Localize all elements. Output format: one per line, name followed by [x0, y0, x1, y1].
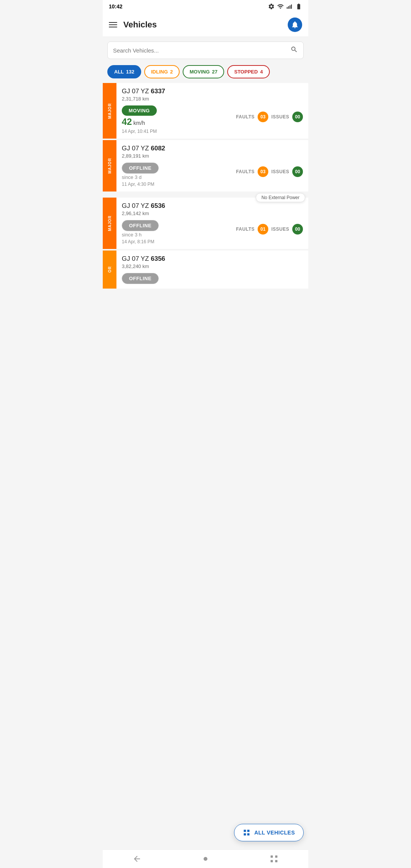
- all-vehicles-label: ALL VEHICLES: [254, 830, 295, 836]
- vehicle-date-3: 14 Apr, 8:16 PM: [122, 239, 303, 244]
- tab-moving-label: MOVING: [190, 69, 210, 75]
- faults-badge-3: 01: [258, 224, 268, 235]
- issues-badge-3: 00: [292, 224, 303, 235]
- status-pill-4: OFFLINE: [122, 273, 159, 284]
- severity-bar-2: MAJOR: [103, 140, 116, 191]
- search-bar[interactable]: [107, 41, 304, 59]
- vehicle-date-2: 11 Apr, 4:30 PM: [122, 182, 303, 187]
- status-pill-1: MOVING: [122, 105, 157, 116]
- bottom-nav: [103, 849, 308, 868]
- filter-tabs: ALL 132 IDLING 2 MOVING 27 STOPPED 4: [103, 64, 308, 83]
- grid-icon: [243, 829, 250, 836]
- status-time: 10:42: [109, 3, 123, 10]
- issues-badge-2: 00: [292, 166, 303, 177]
- severity-bar-4: OR: [103, 251, 116, 289]
- svg-rect-3: [291, 5, 292, 9]
- filter-tab-moving[interactable]: MOVING 27: [183, 65, 224, 78]
- settings-icon: [268, 3, 275, 10]
- status-bar: 10:42: [103, 0, 308, 13]
- wifi-icon: [277, 3, 284, 10]
- severity-bar-3: MAJOR: [103, 198, 116, 249]
- vehicle-card-4[interactable]: OR GJ 07 YZ 6356 3,82,240 km OFFLINE: [103, 251, 308, 289]
- card-status-row-2: OFFLINE since 3 d FAULTS 03 ISSUES 00: [122, 163, 303, 180]
- tab-all-label: ALL: [114, 69, 124, 75]
- svg-point-4: [204, 857, 207, 861]
- vehicle-card-1[interactable]: MAJOR GJ 07 YZ 6337 2,31,718 km MOVING 4…: [103, 83, 308, 139]
- faults-label-3: FAULTS: [236, 227, 255, 232]
- vehicle-km-3: 2,96,142 km: [122, 211, 303, 216]
- tab-stopped-count: 4: [260, 69, 263, 75]
- card-content-2: GJ 07 YZ 6082 2,89,191 km OFFLINE since …: [116, 140, 308, 191]
- nav-back[interactable]: [126, 853, 148, 865]
- signal-icon: [286, 3, 293, 10]
- card-status-row-3: OFFLINE since 3 h FAULTS 01 ISSUES 00: [122, 220, 303, 238]
- offline-since-3: since 3 h: [122, 232, 159, 238]
- card-content-4: GJ 07 YZ 6356 3,82,240 km OFFLINE: [116, 251, 308, 289]
- offline-since-2: since 3 d: [122, 174, 159, 180]
- faults-label-2: FAULTS: [236, 169, 255, 174]
- tab-all-count: 132: [126, 69, 134, 75]
- svg-rect-2: [290, 5, 290, 9]
- issues-label-3: ISSUES: [271, 227, 289, 232]
- battery-icon: [295, 3, 302, 10]
- home-icon: [201, 854, 210, 863]
- card-content-3: GJ 07 YZ 6536 2,96,142 km OFFLINE since …: [116, 198, 308, 249]
- faults-badge-1: 03: [258, 112, 268, 122]
- vehicle-card-3[interactable]: No External Power MAJOR GJ 07 YZ 6536 2,…: [103, 198, 308, 249]
- vehicle-km-4: 3,82,240 km: [122, 263, 303, 269]
- faults-issues-2: FAULTS 03 ISSUES 00: [236, 166, 303, 177]
- faults-label-1: FAULTS: [236, 114, 255, 120]
- svg-rect-8: [275, 860, 277, 862]
- svg-rect-5: [271, 855, 273, 858]
- vehicle-id-2: GJ 07 YZ 6082: [122, 145, 303, 152]
- vehicle-id-1: GJ 07 YZ 6337: [122, 88, 303, 95]
- faults-badge-2: 03: [258, 166, 268, 177]
- vehicle-km-2: 2,89,191 km: [122, 153, 303, 159]
- faults-issues-1: FAULTS 03 ISSUES 00: [236, 112, 303, 122]
- nav-home[interactable]: [195, 853, 216, 865]
- header: Vehicles: [103, 13, 308, 37]
- svg-rect-6: [275, 855, 277, 858]
- issues-label-2: ISSUES: [271, 169, 289, 174]
- issues-label-1: ISSUES: [271, 114, 289, 120]
- severity-bar-1: MAJOR: [103, 83, 116, 139]
- vehicle-id-3: GJ 07 YZ 6536: [122, 202, 303, 210]
- vehicle-list: MAJOR GJ 07 YZ 6337 2,31,718 km MOVING 4…: [103, 83, 308, 319]
- status-pill-2: OFFLINE: [122, 163, 159, 174]
- menu-button[interactable]: [109, 22, 117, 27]
- notification-button[interactable]: [288, 18, 302, 32]
- back-icon: [132, 854, 142, 863]
- vehicle-card-2[interactable]: MAJOR GJ 07 YZ 6082 2,89,191 km OFFLINE …: [103, 140, 308, 191]
- search-icon: [290, 46, 298, 55]
- tab-moving-count: 27: [212, 69, 217, 75]
- status-icons: [268, 3, 302, 10]
- faults-issues-3: FAULTS 01 ISSUES 00: [236, 224, 303, 235]
- all-vehicles-fab[interactable]: ALL VEHICLES: [234, 824, 304, 841]
- bell-icon: [291, 21, 299, 29]
- speed-text-1: 42 km/h: [122, 116, 157, 127]
- vehicle-km-1: 2,31,718 km: [122, 96, 303, 102]
- svg-rect-1: [288, 6, 289, 9]
- recent-icon: [269, 854, 279, 863]
- card-status-row-1: MOVING 42 km/h FAULTS 03 ISSUES 00: [122, 105, 303, 127]
- filter-tab-stopped[interactable]: STOPPED 4: [227, 65, 269, 78]
- status-pill-3: OFFLINE: [122, 220, 159, 231]
- tooltip-bubble-3: No External Power: [256, 193, 305, 202]
- tab-idling-count: 2: [170, 69, 173, 75]
- filter-tab-all[interactable]: ALL 132: [107, 65, 141, 78]
- issues-badge-1: 00: [292, 112, 303, 122]
- tab-idling-label: IDLING: [151, 69, 168, 75]
- filter-tab-idling[interactable]: IDLING 2: [144, 65, 180, 78]
- search-input[interactable]: [113, 47, 287, 54]
- card-content-1: GJ 07 YZ 6337 2,31,718 km MOVING 42 km/h…: [116, 83, 308, 139]
- page-title: Vehicles: [123, 20, 282, 30]
- vehicle-id-4: GJ 07 YZ 6356: [122, 255, 303, 263]
- nav-recent[interactable]: [263, 853, 285, 865]
- svg-rect-7: [271, 860, 273, 862]
- tab-stopped-label: STOPPED: [234, 69, 258, 75]
- vehicle-date-1: 14 Apr, 10:41 PM: [122, 129, 303, 134]
- card-status-row-4: OFFLINE: [122, 273, 303, 284]
- svg-rect-0: [287, 7, 288, 9]
